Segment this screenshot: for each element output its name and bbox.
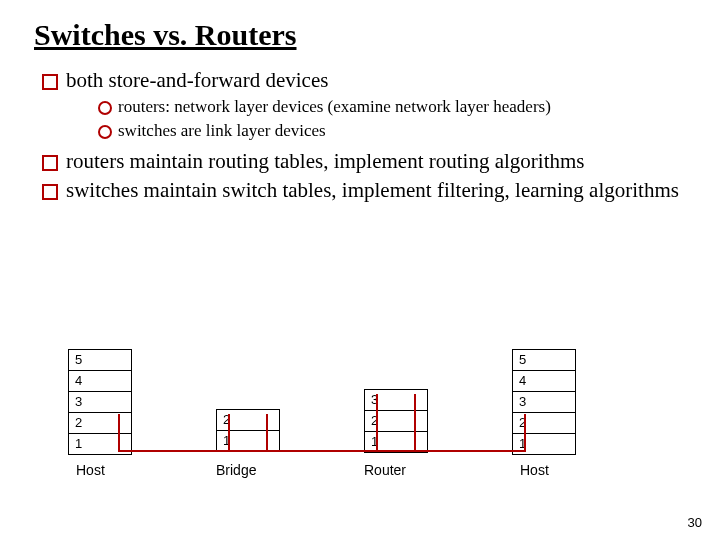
label-bridge: Bridge — [216, 462, 256, 478]
layer-5: 5 — [68, 349, 132, 371]
stack-router: 3 2 1 — [364, 390, 428, 453]
layer-2: 2 — [512, 412, 576, 434]
layer-2: 2 — [216, 409, 280, 431]
bullet-1-text: both store-and-forward devices — [66, 68, 328, 92]
bullet-1b: switches are link layer devices — [96, 121, 686, 141]
link-line — [118, 414, 120, 452]
layer-2: 2 — [364, 410, 428, 432]
layer-3: 3 — [364, 389, 428, 411]
bullet-3: switches maintain switch tables, impleme… — [40, 178, 686, 203]
slide-title: Switches vs. Routers — [34, 18, 686, 52]
layer-1: 1 — [216, 430, 280, 452]
layer-diagram: 5 4 3 2 1 Host 2 1 Bridge 3 2 1 Router 5… — [68, 350, 652, 500]
bullet-1a: routers: network layer devices (examine … — [96, 97, 686, 117]
link-line — [376, 394, 378, 452]
bullet-list: both store-and-forward devices routers: … — [40, 68, 686, 203]
layer-3: 3 — [512, 391, 576, 413]
link-line — [266, 414, 268, 452]
link-line — [118, 450, 524, 452]
layer-3: 3 — [68, 391, 132, 413]
link-line — [414, 394, 416, 452]
label-router: Router — [364, 462, 406, 478]
label-host-left: Host — [76, 462, 105, 478]
layer-2: 2 — [68, 412, 132, 434]
layer-4: 4 — [512, 370, 576, 392]
stack-bridge: 2 1 — [216, 410, 280, 452]
layer-4: 4 — [68, 370, 132, 392]
page-number: 30 — [688, 515, 702, 530]
bullet-2: routers maintain routing tables, impleme… — [40, 149, 686, 174]
stack-host-right: 5 4 3 2 1 — [512, 350, 576, 455]
layer-5: 5 — [512, 349, 576, 371]
stack-host-left: 5 4 3 2 1 — [68, 350, 132, 455]
link-line — [228, 414, 230, 452]
link-line — [524, 414, 526, 452]
bullet-1: both store-and-forward devices routers: … — [40, 68, 686, 141]
label-host-right: Host — [520, 462, 549, 478]
